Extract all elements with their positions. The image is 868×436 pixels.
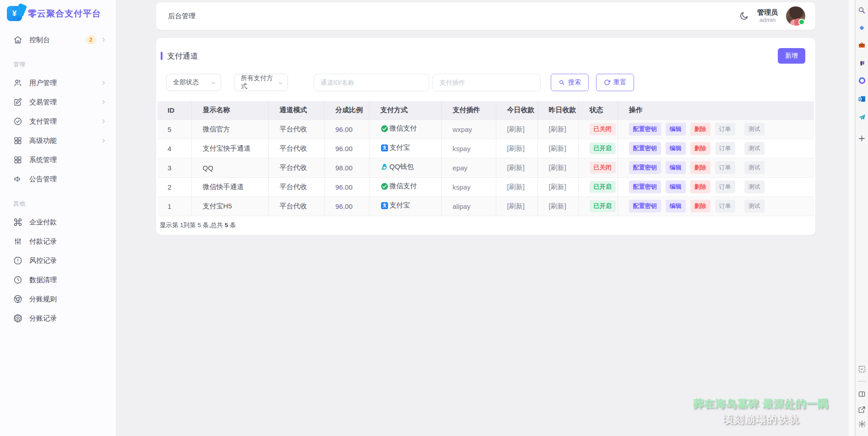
payment-channel-panel: 支付通道 新增 全部状态 所有支付方式 — [156, 38, 815, 235]
sidebar-item-enterprise-payment[interactable]: 企业付款 — [0, 213, 116, 232]
cell-status: 已开启 — [578, 177, 618, 196]
settings-icon[interactable] — [857, 420, 867, 429]
sidebar-item-label: 分账记录 — [29, 314, 107, 323]
configure-key-button[interactable]: 配置密钥 — [629, 142, 661, 155]
table-header-cell: 支付插件 — [441, 101, 496, 120]
refresh-yesterday-link[interactable]: [刷新] — [549, 125, 566, 133]
user-role: admin — [757, 16, 778, 24]
configure-key-button[interactable]: 配置密钥 — [629, 180, 661, 193]
delete-button[interactable]: 删除 — [690, 200, 711, 213]
test-button[interactable]: 测试 — [744, 142, 765, 155]
plugin-input[interactable] — [433, 74, 541, 91]
refresh-yesterday-link[interactable]: [刷新] — [549, 183, 566, 191]
table-row: 2微信快手通道平台代收96.00微信支付kspay[刷新][刷新]已开启配置密钥… — [157, 177, 814, 196]
pay-method-label: 支付宝 — [390, 143, 410, 152]
delete-button[interactable]: 删除 — [690, 180, 711, 193]
search-icon[interactable] — [857, 5, 867, 15]
table-header-cell: 操作 — [618, 101, 814, 120]
order-button[interactable]: 订单 — [715, 142, 735, 155]
refresh-today-link[interactable]: [刷新] — [507, 164, 525, 171]
chess-icon[interactable] — [857, 58, 867, 67]
table-header-cell: 通道模式 — [268, 101, 324, 120]
sidebar-item-payment-records[interactable]: 付款记录 — [0, 232, 116, 251]
add-icon[interactable] — [857, 134, 867, 143]
status-badge: 已开启 — [590, 142, 616, 154]
configure-key-button[interactable]: 配置密钥 — [629, 123, 661, 136]
order-button[interactable]: 订单 — [715, 180, 735, 193]
sidebar-item-split-rules[interactable]: 分账规则 — [0, 289, 116, 309]
channel-id-input[interactable] — [314, 74, 429, 91]
pay-method-label: 微信支付 — [390, 124, 417, 133]
reset-button[interactable]: 重置 — [596, 74, 634, 91]
cell-today-income: [刷新] — [496, 139, 537, 158]
screenshot-icon[interactable]: ✂ — [857, 365, 867, 374]
status-select[interactable]: 全部状态 — [166, 74, 221, 91]
test-button[interactable]: 测试 — [744, 123, 765, 136]
method-select[interactable]: 所有支付方式 — [234, 74, 288, 91]
refresh-today-link[interactable]: [刷新] — [507, 144, 525, 152]
sidebar-item-user-management[interactable]: 用户管理 — [0, 73, 116, 93]
delete-button[interactable]: 删除 — [690, 123, 711, 136]
sidebar-item-trade-management[interactable]: 交易管理 — [0, 93, 116, 112]
sidebar-item-split-records[interactable]: 分账记录 — [0, 309, 116, 328]
sidebar-item-announcement-management[interactable]: 公告管理 — [0, 169, 116, 189]
sidebar-section-label: 其他 — [0, 189, 116, 213]
cell-status: 已开启 — [578, 196, 618, 216]
dark-mode-toggle[interactable] — [739, 11, 749, 21]
refresh-yesterday-link[interactable]: [刷新] — [549, 164, 566, 171]
sidebar-item-payment-management[interactable]: 支付管理 — [0, 112, 116, 131]
test-button[interactable]: 测试 — [744, 161, 765, 174]
sidebar-item-risk-records[interactable]: 风控记录 — [0, 251, 116, 270]
app-logo[interactable]: ¥ 零云聚合支付平台 — [0, 0, 116, 27]
edit-button[interactable]: 编辑 — [666, 161, 686, 174]
refresh-today-link[interactable]: [刷新] — [507, 183, 525, 191]
outlook-icon[interactable] — [857, 94, 867, 104]
sidebar-item-label: 系统管理 — [29, 156, 107, 164]
edit-button[interactable]: 编辑 — [666, 180, 686, 193]
tag-icon[interactable] — [857, 23, 867, 32]
page-scrollbar[interactable] — [849, 0, 854, 436]
open-external-icon[interactable] — [857, 405, 867, 414]
cell-actions: 配置密钥编辑删除订单测试 — [618, 177, 814, 196]
cell-status: 已开启 — [578, 139, 618, 158]
sidebar-item-console[interactable]: 控制台2 — [0, 30, 116, 49]
table-header-cell: 支付方式 — [369, 101, 441, 120]
delete-button[interactable]: 删除 — [690, 142, 711, 155]
sidebar-item-label: 支付管理 — [29, 117, 100, 126]
configure-key-button[interactable]: 配置密钥 — [629, 200, 661, 213]
order-button[interactable]: 订单 — [715, 123, 735, 136]
refresh-today-link[interactable]: [刷新] — [507, 125, 525, 133]
add-button[interactable]: 新增 — [778, 48, 805, 64]
search-button[interactable]: 搜索 — [551, 74, 589, 91]
order-button[interactable]: 订单 — [715, 200, 735, 213]
sidebar-item-data-cleanup[interactable]: 数据清理 — [0, 270, 116, 289]
status-badge: 已开启 — [590, 181, 616, 193]
refresh-yesterday-link[interactable]: [刷新] — [549, 144, 566, 152]
wechat-pay-icon — [380, 182, 389, 191]
test-button[interactable]: 测试 — [744, 180, 765, 193]
edit-button[interactable]: 编辑 — [666, 142, 686, 155]
pay-method: QQ钱包 — [380, 163, 414, 171]
telegram-icon[interactable] — [857, 113, 867, 122]
sidebar-item-label: 付款记录 — [29, 237, 107, 246]
avatar[interactable] — [786, 6, 805, 26]
divider — [857, 381, 866, 382]
cell-split-ratio: 96.00 — [324, 120, 369, 139]
loop-icon[interactable] — [857, 76, 867, 85]
sliders-icon — [13, 237, 22, 246]
edit-button[interactable]: 编辑 — [666, 200, 686, 213]
refresh-yesterday-link[interactable]: [刷新] — [549, 202, 566, 210]
split-view-icon[interactable] — [857, 389, 867, 398]
configure-key-button[interactable]: 配置密钥 — [629, 161, 661, 174]
sidebar-item-advanced-features[interactable]: 高级功能 — [0, 131, 116, 150]
order-button[interactable]: 订单 — [715, 161, 735, 174]
refresh-today-link[interactable]: [刷新] — [507, 202, 525, 210]
delete-button[interactable]: 删除 — [690, 161, 711, 174]
test-button[interactable]: 测试 — [744, 200, 765, 213]
user-meta: 管理员 admin — [757, 8, 778, 24]
edit-button[interactable]: 编辑 — [666, 123, 686, 136]
codesandbox-icon — [13, 314, 22, 323]
toolbox-icon[interactable] — [857, 40, 867, 49]
cell-split-ratio: 98.00 — [324, 158, 369, 177]
sidebar-item-system-management[interactable]: 系统管理 — [0, 150, 116, 169]
